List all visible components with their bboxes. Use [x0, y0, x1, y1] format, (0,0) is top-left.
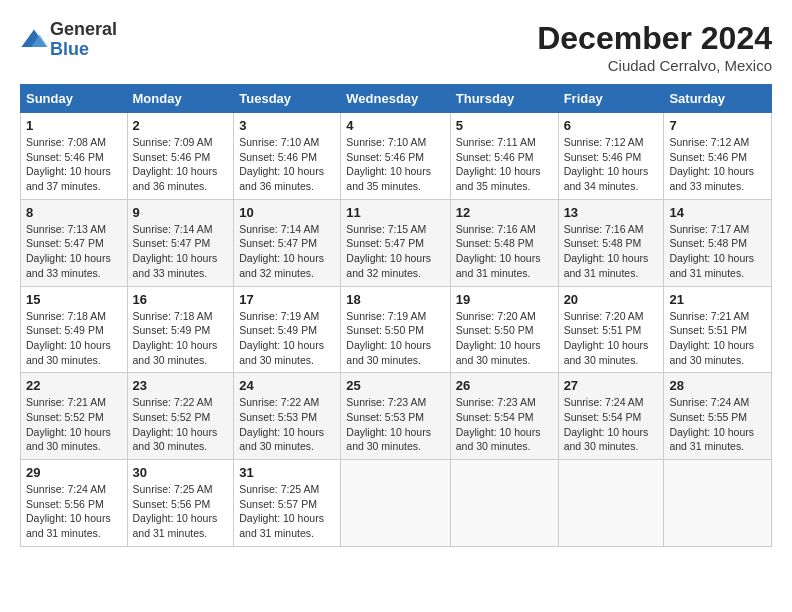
- calendar-week-1: 1Sunrise: 7:08 AM Sunset: 5:46 PM Daylig…: [21, 113, 772, 200]
- day-number: 31: [239, 465, 335, 480]
- calendar-table: SundayMondayTuesdayWednesdayThursdayFrid…: [20, 84, 772, 547]
- calendar-cell: 26Sunrise: 7:23 AM Sunset: 5:54 PM Dayli…: [450, 373, 558, 460]
- day-number: 4: [346, 118, 444, 133]
- day-number: 23: [133, 378, 229, 393]
- logo-blue-text: Blue: [50, 39, 89, 59]
- calendar-cell: 24Sunrise: 7:22 AM Sunset: 5:53 PM Dayli…: [234, 373, 341, 460]
- day-info: Sunrise: 7:19 AM Sunset: 5:49 PM Dayligh…: [239, 309, 335, 368]
- day-number: 18: [346, 292, 444, 307]
- calendar-cell: 16Sunrise: 7:18 AM Sunset: 5:49 PM Dayli…: [127, 286, 234, 373]
- day-info: Sunrise: 7:21 AM Sunset: 5:51 PM Dayligh…: [669, 309, 766, 368]
- day-info: Sunrise: 7:20 AM Sunset: 5:50 PM Dayligh…: [456, 309, 553, 368]
- weekday-header-sunday: Sunday: [21, 85, 128, 113]
- weekday-header-friday: Friday: [558, 85, 664, 113]
- day-number: 16: [133, 292, 229, 307]
- logo-icon: [20, 26, 48, 54]
- day-number: 20: [564, 292, 659, 307]
- weekday-header-wednesday: Wednesday: [341, 85, 450, 113]
- day-number: 14: [669, 205, 766, 220]
- main-title: December 2024: [537, 20, 772, 57]
- calendar-cell: 9Sunrise: 7:14 AM Sunset: 5:47 PM Daylig…: [127, 199, 234, 286]
- day-number: 6: [564, 118, 659, 133]
- day-info: Sunrise: 7:19 AM Sunset: 5:50 PM Dayligh…: [346, 309, 444, 368]
- calendar-cell: 17Sunrise: 7:19 AM Sunset: 5:49 PM Dayli…: [234, 286, 341, 373]
- day-info: Sunrise: 7:25 AM Sunset: 5:57 PM Dayligh…: [239, 482, 335, 541]
- calendar-cell: 28Sunrise: 7:24 AM Sunset: 5:55 PM Dayli…: [664, 373, 772, 460]
- day-info: Sunrise: 7:11 AM Sunset: 5:46 PM Dayligh…: [456, 135, 553, 194]
- day-info: Sunrise: 7:17 AM Sunset: 5:48 PM Dayligh…: [669, 222, 766, 281]
- calendar-cell: [558, 460, 664, 547]
- calendar-cell: 31Sunrise: 7:25 AM Sunset: 5:57 PM Dayli…: [234, 460, 341, 547]
- day-number: 27: [564, 378, 659, 393]
- calendar-cell: 2Sunrise: 7:09 AM Sunset: 5:46 PM Daylig…: [127, 113, 234, 200]
- calendar-cell: 11Sunrise: 7:15 AM Sunset: 5:47 PM Dayli…: [341, 199, 450, 286]
- day-number: 11: [346, 205, 444, 220]
- weekday-header-saturday: Saturday: [664, 85, 772, 113]
- day-info: Sunrise: 7:18 AM Sunset: 5:49 PM Dayligh…: [26, 309, 122, 368]
- day-number: 28: [669, 378, 766, 393]
- title-area: December 2024 Ciudad Cerralvo, Mexico: [537, 20, 772, 74]
- day-info: Sunrise: 7:10 AM Sunset: 5:46 PM Dayligh…: [346, 135, 444, 194]
- weekday-header-tuesday: Tuesday: [234, 85, 341, 113]
- day-info: Sunrise: 7:20 AM Sunset: 5:51 PM Dayligh…: [564, 309, 659, 368]
- calendar-cell: 30Sunrise: 7:25 AM Sunset: 5:56 PM Dayli…: [127, 460, 234, 547]
- day-number: 2: [133, 118, 229, 133]
- calendar-cell: 8Sunrise: 7:13 AM Sunset: 5:47 PM Daylig…: [21, 199, 128, 286]
- day-number: 8: [26, 205, 122, 220]
- day-number: 25: [346, 378, 444, 393]
- calendar-week-2: 8Sunrise: 7:13 AM Sunset: 5:47 PM Daylig…: [21, 199, 772, 286]
- calendar-cell: 19Sunrise: 7:20 AM Sunset: 5:50 PM Dayli…: [450, 286, 558, 373]
- day-info: Sunrise: 7:24 AM Sunset: 5:54 PM Dayligh…: [564, 395, 659, 454]
- day-number: 3: [239, 118, 335, 133]
- day-info: Sunrise: 7:23 AM Sunset: 5:53 PM Dayligh…: [346, 395, 444, 454]
- day-info: Sunrise: 7:13 AM Sunset: 5:47 PM Dayligh…: [26, 222, 122, 281]
- calendar-cell: 21Sunrise: 7:21 AM Sunset: 5:51 PM Dayli…: [664, 286, 772, 373]
- calendar-week-3: 15Sunrise: 7:18 AM Sunset: 5:49 PM Dayli…: [21, 286, 772, 373]
- day-number: 10: [239, 205, 335, 220]
- day-info: Sunrise: 7:12 AM Sunset: 5:46 PM Dayligh…: [669, 135, 766, 194]
- calendar-week-5: 29Sunrise: 7:24 AM Sunset: 5:56 PM Dayli…: [21, 460, 772, 547]
- calendar-cell: 29Sunrise: 7:24 AM Sunset: 5:56 PM Dayli…: [21, 460, 128, 547]
- calendar-cell: 23Sunrise: 7:22 AM Sunset: 5:52 PM Dayli…: [127, 373, 234, 460]
- calendar-cell: 7Sunrise: 7:12 AM Sunset: 5:46 PM Daylig…: [664, 113, 772, 200]
- day-info: Sunrise: 7:24 AM Sunset: 5:55 PM Dayligh…: [669, 395, 766, 454]
- day-info: Sunrise: 7:09 AM Sunset: 5:46 PM Dayligh…: [133, 135, 229, 194]
- calendar-cell: 27Sunrise: 7:24 AM Sunset: 5:54 PM Dayli…: [558, 373, 664, 460]
- weekday-header-row: SundayMondayTuesdayWednesdayThursdayFrid…: [21, 85, 772, 113]
- calendar-cell: 25Sunrise: 7:23 AM Sunset: 5:53 PM Dayli…: [341, 373, 450, 460]
- logo: General Blue: [20, 20, 117, 60]
- day-info: Sunrise: 7:18 AM Sunset: 5:49 PM Dayligh…: [133, 309, 229, 368]
- calendar-cell: 6Sunrise: 7:12 AM Sunset: 5:46 PM Daylig…: [558, 113, 664, 200]
- day-info: Sunrise: 7:23 AM Sunset: 5:54 PM Dayligh…: [456, 395, 553, 454]
- day-info: Sunrise: 7:16 AM Sunset: 5:48 PM Dayligh…: [456, 222, 553, 281]
- day-info: Sunrise: 7:12 AM Sunset: 5:46 PM Dayligh…: [564, 135, 659, 194]
- day-number: 13: [564, 205, 659, 220]
- day-number: 9: [133, 205, 229, 220]
- calendar-cell: [450, 460, 558, 547]
- day-number: 21: [669, 292, 766, 307]
- day-number: 30: [133, 465, 229, 480]
- day-number: 7: [669, 118, 766, 133]
- weekday-header-thursday: Thursday: [450, 85, 558, 113]
- calendar-cell: 5Sunrise: 7:11 AM Sunset: 5:46 PM Daylig…: [450, 113, 558, 200]
- calendar-cell: 18Sunrise: 7:19 AM Sunset: 5:50 PM Dayli…: [341, 286, 450, 373]
- calendar-cell: [341, 460, 450, 547]
- day-number: 17: [239, 292, 335, 307]
- day-number: 22: [26, 378, 122, 393]
- calendar-cell: 4Sunrise: 7:10 AM Sunset: 5:46 PM Daylig…: [341, 113, 450, 200]
- day-number: 29: [26, 465, 122, 480]
- calendar-cell: 10Sunrise: 7:14 AM Sunset: 5:47 PM Dayli…: [234, 199, 341, 286]
- day-info: Sunrise: 7:22 AM Sunset: 5:53 PM Dayligh…: [239, 395, 335, 454]
- day-info: Sunrise: 7:15 AM Sunset: 5:47 PM Dayligh…: [346, 222, 444, 281]
- calendar-cell: 13Sunrise: 7:16 AM Sunset: 5:48 PM Dayli…: [558, 199, 664, 286]
- calendar-cell: 12Sunrise: 7:16 AM Sunset: 5:48 PM Dayli…: [450, 199, 558, 286]
- calendar-cell: 14Sunrise: 7:17 AM Sunset: 5:48 PM Dayli…: [664, 199, 772, 286]
- day-number: 19: [456, 292, 553, 307]
- day-number: 24: [239, 378, 335, 393]
- day-number: 5: [456, 118, 553, 133]
- day-info: Sunrise: 7:10 AM Sunset: 5:46 PM Dayligh…: [239, 135, 335, 194]
- calendar-cell: 3Sunrise: 7:10 AM Sunset: 5:46 PM Daylig…: [234, 113, 341, 200]
- subtitle: Ciudad Cerralvo, Mexico: [537, 57, 772, 74]
- calendar-week-4: 22Sunrise: 7:21 AM Sunset: 5:52 PM Dayli…: [21, 373, 772, 460]
- day-info: Sunrise: 7:14 AM Sunset: 5:47 PM Dayligh…: [239, 222, 335, 281]
